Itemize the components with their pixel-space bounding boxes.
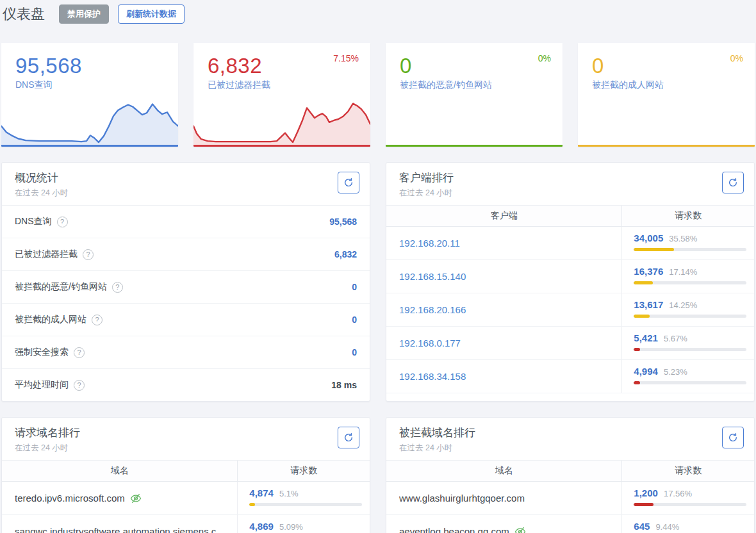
top-requested-domains-panel: 请求域名排行 在过去 24 小时 域名 请求数 teredo.ipv6.micr… [1, 417, 370, 533]
panel-title: 概况统计 [15, 170, 357, 185]
client-ip-link[interactable]: 192.168.20.166 [399, 304, 466, 315]
request-percent: 17.56% [664, 489, 692, 498]
card-label-link[interactable]: 被拦截的成人网站 [592, 79, 755, 91]
stat-row-label: 被拦截的恶意/钓鱼网站 ? [15, 281, 123, 293]
panel-subtitle: 在过去 24 小时 [399, 443, 741, 454]
stat-row-label-text: 被拦截的成人网站 [15, 314, 86, 325]
card-percent-badge: 0% [538, 53, 551, 63]
stat-row-value: 18 ms [331, 380, 357, 390]
sparkline-chart [1, 94, 178, 145]
client-ip-link[interactable]: 192.168.20.11 [399, 238, 460, 249]
column-header-domain: 域名 [2, 461, 237, 481]
dashboard-page: 仪表盘 禁用保护 刷新统计数据 95,568 DNS查询 7.15% 6,832… [0, 0, 756, 533]
panel-title: 请求域名排行 [15, 425, 357, 440]
help-question-icon[interactable]: ? [83, 249, 94, 260]
column-header-requests: 请求数 [237, 461, 370, 481]
refresh-icon [728, 177, 738, 188]
request-count: 16,376 [634, 266, 663, 277]
client-ip-link[interactable]: 192.168.15.140 [399, 271, 466, 282]
panel-header: 概况统计 在过去 24 小时 [2, 163, 370, 206]
refresh-statistics-button[interactable]: 刷新统计数据 [118, 4, 185, 24]
help-question-icon[interactable]: ? [112, 282, 123, 293]
clients-table-body: 192.168.20.11 34,005 35.58% 192.168.15.1… [386, 227, 754, 393]
client-ip-link[interactable]: 192.168.0.177 [399, 338, 461, 348]
help-question-icon[interactable]: ? [74, 380, 85, 391]
request-count: 13,617 [634, 299, 663, 310]
help-question-icon[interactable]: ? [74, 347, 85, 358]
panel-subtitle: 在过去 24 小时 [15, 188, 357, 199]
page-title: 仪表盘 [3, 4, 45, 24]
panel-title: 客户端排行 [399, 170, 741, 185]
stat-row-label: 平均处理时间 ? [15, 379, 85, 391]
refresh-icon [343, 432, 354, 443]
panel-refresh-button[interactable] [722, 172, 744, 193]
card-label-link[interactable]: DNS查询 [15, 79, 178, 91]
general-statistics-panel: 概况统计 在过去 24 小时 DNS查询 ? 95,568 已被过滤器拦截 ? … [1, 162, 370, 402]
progress-bar [249, 503, 362, 506]
table-row: 192.168.20.11 34,005 35.58% [386, 227, 754, 260]
stat-row-label: 强制安全搜索 ? [15, 347, 85, 358]
stat-row: 平均处理时间 ? 18 ms [2, 369, 370, 401]
panel-header: 被拦截域名排行 在过去 24 小时 [386, 418, 754, 461]
column-header-client: 客户端 [386, 206, 621, 226]
progress-bar [634, 348, 746, 351]
request-count: 4,994 [634, 366, 658, 377]
panel-refresh-button[interactable] [338, 172, 359, 193]
card-percent-badge: 0% [730, 53, 743, 63]
panel-refresh-button[interactable] [722, 427, 744, 448]
card-percent-badge: 7.15% [333, 53, 359, 63]
stat-row-label-text: DNS查询 [15, 216, 52, 227]
disable-protection-button[interactable]: 禁用保护 [59, 4, 109, 24]
progress-bar [634, 315, 746, 318]
panel-title: 被拦截域名排行 [399, 425, 741, 440]
refresh-icon [343, 177, 354, 188]
stat-row: 被拦截的成人网站 ? 0 [2, 304, 370, 336]
stat-row: 强制安全搜索 ? 0 [2, 336, 370, 369]
stat-row: 被拦截的恶意/钓鱼网站 ? 0 [2, 271, 370, 304]
card-label-link[interactable]: 被拦截的恶意/钓鱼网站 [400, 79, 563, 91]
table-header: 客户端 请求数 [386, 206, 754, 227]
stats-list: DNS查询 ? 95,568 已被过滤器拦截 ? 6,832 被拦截的恶意/钓鱼… [2, 206, 370, 401]
requested-domains-table-body: teredo.ipv6.microsoft.com 4,874 5.1% san… [2, 482, 370, 533]
stat-row-label-text: 平均处理时间 [15, 379, 69, 391]
stat-card: 0% 0 被拦截的成人网站 [578, 43, 755, 147]
panel-subtitle: 在过去 24 小时 [399, 188, 741, 199]
help-question-icon[interactable]: ? [92, 315, 103, 325]
request-percent: 35.58% [669, 234, 697, 243]
progress-bar [634, 281, 746, 284]
stat-cards-row: 95,568 DNS查询 7.15% 6,832 已被过滤器拦截 0% 0 被拦… [1, 43, 755, 147]
stat-card: 0% 0 被拦截的恶意/钓鱼网站 [386, 43, 563, 147]
progress-bar [634, 503, 746, 506]
request-percent: 5.1% [279, 489, 299, 498]
column-header-domain: 域名 [386, 461, 621, 481]
panel-header: 客户端排行 在过去 24 小时 [386, 163, 754, 206]
request-percent: 17.14% [669, 267, 697, 277]
top-blocked-domains-panel: 被拦截域名排行 在过去 24 小时 域名 请求数 www.glashuirglu… [386, 417, 755, 533]
card-value: 95,568 [15, 54, 178, 78]
table-row: aeventlog.beacon.qq.com 645 9.44% [386, 515, 754, 533]
stat-row-label-text: 已被过滤器拦截 [15, 249, 78, 260]
stat-row-label: 已被过滤器拦截 ? [15, 249, 94, 260]
client-ip-link[interactable]: 192.168.34.158 [399, 371, 466, 382]
blocked-domains-table-body: www.glashuirglurhtgqoer.com 1,200 17.56%… [386, 482, 754, 533]
top-clients-panel: 客户端排行 在过去 24 小时 客户端 请求数 192.168.20.11 34… [386, 162, 755, 402]
request-count: 1,200 [634, 488, 658, 498]
progress-bar [634, 381, 746, 384]
help-question-icon[interactable]: ? [57, 217, 68, 227]
stat-row: DNS查询 ? 95,568 [2, 206, 370, 238]
stat-row-label: DNS查询 ? [15, 216, 68, 227]
column-header-requests: 请求数 [621, 206, 754, 226]
stat-row-label-text: 被拦截的恶意/钓鱼网站 [15, 281, 107, 293]
stat-row-value: 0 [352, 315, 357, 325]
request-percent: 9.44% [655, 522, 679, 532]
request-percent: 5.09% [279, 522, 303, 532]
card-label-link[interactable]: 已被过滤器拦截 [208, 79, 370, 91]
table-row: www.glashuirglurhtgqoer.com 1,200 17.56% [386, 482, 754, 515]
refresh-icon [728, 432, 738, 443]
panel-refresh-button[interactable] [338, 427, 359, 448]
request-count: 645 [634, 521, 650, 532]
stat-row-label-text: 强制安全搜索 [15, 347, 69, 358]
table-row: 192.168.15.140 16,376 17.14% [386, 260, 754, 293]
request-count: 5,421 [634, 332, 658, 343]
stat-row-value: 0 [352, 282, 357, 292]
